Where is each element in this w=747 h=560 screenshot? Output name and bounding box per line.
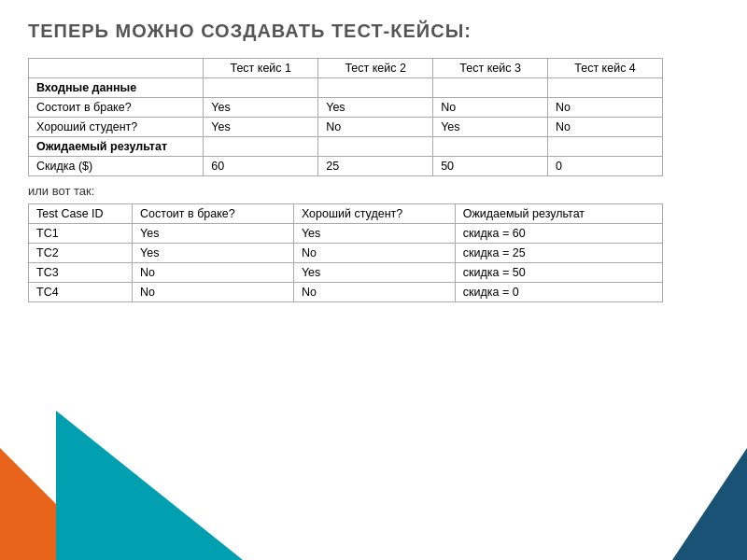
table1-section-header: Входные данные [29,78,204,98]
slide-content: ТЕПЕРЬ МОЖНО СОЗДАВАТЬ ТЕСТ-КЕЙСЫ: Тест … [28,19,719,302]
table1-section-header [204,78,318,98]
table1-cell: Состоит в браке? [29,98,204,118]
table1-section-header [318,137,433,157]
table2-cell: Yes [133,224,294,244]
table1-section-header [433,137,548,157]
table1-section-header: Ожидаемый результат [29,137,204,157]
between-tables-text: или вот так: [28,184,719,198]
table2-header: Хороший студент? [293,204,455,224]
table1-section-header [548,78,663,98]
table1-cell: No [548,98,663,118]
table2-cell: No [133,283,294,302]
table2-cell: No [293,244,455,263]
table1-section-header [433,78,548,98]
table1-section-header [548,137,663,157]
table2-cell: TC1 [29,224,133,244]
table2-cell: No [133,263,294,283]
table2-header: Ожидаемый результат [455,204,662,224]
table2-header: Состоит в браке? [133,204,294,224]
table2: Test Case IDСостоит в браке?Хороший студ… [28,203,663,302]
table2-cell: TC3 [29,263,133,283]
table1-cell: Хороший студент? [29,118,204,137]
table2-cell: Yes [133,244,294,263]
table1-cell: 0 [548,157,663,176]
table1-section-header [204,137,318,157]
table1-cell: 60 [204,157,318,176]
table2-cell: TC4 [29,283,133,302]
table2-cell: Yes [293,263,455,283]
table1-cell: Yes [433,118,548,137]
table1-cell: Yes [204,98,318,118]
table2-cell: TC2 [29,244,133,263]
table2-header: Test Case ID [29,204,133,224]
table1-cell: Yes [318,98,433,118]
slide-title: ТЕПЕРЬ МОЖНО СОЗДАВАТЬ ТЕСТ-КЕЙСЫ: [28,19,719,43]
table1-cell: 50 [433,157,548,176]
table2-cell: скидка = 50 [455,263,662,283]
table1-cell: No [318,118,433,137]
table1: Тест кейс 1Тест кейс 2Тест кейс 3Тест ке… [28,58,663,176]
table2-cell: скидка = 60 [455,224,662,244]
table1-cell: No [433,98,548,118]
table1-cell: Скидка ($) [29,157,204,176]
table1-cell: 25 [318,157,433,176]
table1-cell: No [548,118,663,137]
table2-cell: скидка = 25 [455,244,662,263]
table1-section-header [318,78,433,98]
table2-cell: скидка = 0 [455,283,662,302]
table2-cell: No [293,283,455,302]
table2-cell: Yes [293,224,455,244]
table1-cell: Yes [204,118,318,137]
